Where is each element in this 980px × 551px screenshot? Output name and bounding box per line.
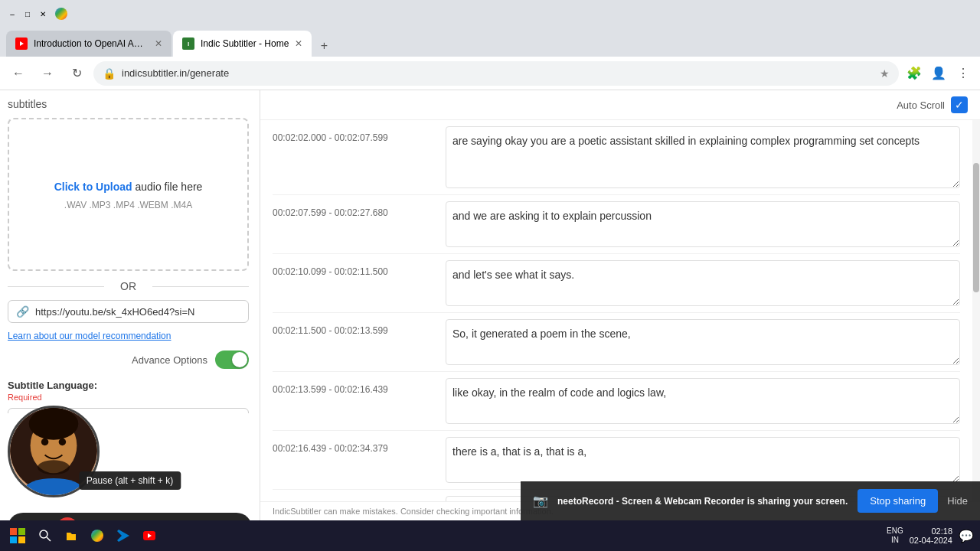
main-area: subtitles Click to Upload audio file her… (0, 90, 980, 551)
subtitle-text-input[interactable] (446, 260, 960, 306)
svg-rect-11 (18, 536, 25, 543)
svg-line-13 (47, 537, 51, 541)
tab-indic[interactable]: I Indic Subtitler - Home ✕ (173, 31, 312, 57)
model-link[interactable]: Learn about our model recommendation (8, 331, 249, 341)
click-to-upload: Click to Upload (54, 181, 132, 193)
indic-favicon: I (182, 37, 194, 50)
tab-indic-label: Indic Subtitler - Home (201, 38, 289, 49)
chrome-taskbar-icon[interactable] (86, 524, 109, 547)
subtitle-row: 00:02:10.099 - 00:02:11.500 (273, 254, 960, 313)
subtitle-time: 00:02:02.000 - 00:02:07.599 (273, 126, 433, 143)
upload-text: Click to Upload audio file here (54, 178, 203, 195)
taskbar-time: 02:18 02-04-2024 (910, 527, 952, 545)
subtitle-row: 00:02:11.500 - 00:02:13.599 (273, 313, 960, 372)
subtitle-time: 00:02:16.439 - 00:02:34.379 (273, 437, 433, 454)
stop-sharing-button[interactable]: Stop sharing (858, 489, 938, 513)
clock-date: 02-04-2024 (910, 536, 952, 545)
subtitle-language-label: Subtitle Language: (8, 380, 249, 391)
menu-icon[interactable]: ⋮ (952, 63, 974, 84)
right-panel: Auto Scroll ✓ 00:02:02.000 - 00:02:07.59… (260, 90, 980, 551)
auto-scroll-label: Auto Scroll (897, 99, 945, 111)
left-panel: subtitles Click to Upload audio file her… (0, 90, 260, 551)
notification-brand: neetoRecord - Screen & Webcam Recorder i… (557, 496, 848, 507)
upload-area[interactable]: Click to Upload audio file here .WAV .MP… (8, 118, 249, 271)
youtube-taskbar-icon[interactable] (138, 524, 161, 547)
subtitle-row: 00:02:07.599 - 00:02:27.680 (273, 195, 960, 254)
address-bar[interactable]: 🔒 indicsubtitler.in/generate ★ (93, 61, 899, 86)
tab-youtube-close[interactable]: ✕ (155, 38, 162, 49)
vscode-icon[interactable] (112, 524, 135, 547)
browser-chrome: – □ ✕ Introduction to OpenAI APIs ar... … (0, 0, 980, 90)
auto-scroll-bar: Auto Scroll ✓ (260, 90, 980, 120)
notification-center-icon[interactable]: 💬 (959, 529, 974, 543)
window-controls[interactable]: – □ ✕ (6, 8, 49, 20)
star-icon[interactable]: ★ (880, 67, 890, 80)
maximize-button[interactable]: □ (21, 8, 34, 20)
notification-icon: 📷 (533, 494, 548, 508)
url-input-wrap[interactable]: 🔗 (8, 300, 249, 323)
notification-content: neetoRecord - Screen & Webcam Recorder i… (557, 496, 848, 507)
scroll-thumb[interactable] (973, 163, 979, 292)
taskbar-right: ENGIN 02:18 02-04-2024 💬 (887, 527, 974, 545)
taskbar-icons (34, 524, 161, 547)
forward-button[interactable]: → (35, 61, 60, 86)
tab-youtube[interactable]: Introduction to OpenAI APIs ar... ✕ (6, 31, 172, 57)
hide-button[interactable]: Hide (947, 495, 968, 507)
refresh-button[interactable]: ↻ (64, 61, 89, 86)
youtube-favicon (15, 37, 28, 50)
subtitle-row: 00:02:13.599 - 00:02:16.439 (273, 372, 960, 431)
tabs-bar: Introduction to OpenAI APIs ar... ✕ I In… (0, 28, 980, 57)
address-text: indicsubtitler.in/generate (122, 67, 874, 79)
taskbar: ENGIN 02:18 02-04-2024 💬 (0, 520, 980, 551)
svg-marker-14 (148, 533, 152, 538)
lock-icon: 🔒 (103, 67, 116, 80)
svg-rect-8 (10, 528, 17, 535)
search-taskbar-icon[interactable] (34, 524, 57, 547)
subtitle-time: 00:02:07.599 - 00:02:27.680 (273, 201, 433, 218)
profile-icon[interactable]: 👤 (928, 63, 949, 84)
auto-scroll-checkbox[interactable]: ✓ (951, 96, 968, 113)
left-panel-scroll[interactable]: subtitles Click to Upload audio file her… (8, 98, 252, 413)
start-button[interactable] (6, 524, 29, 547)
toggle-knob (232, 352, 247, 367)
link-icon: 🔗 (16, 305, 29, 318)
subtitle-text-input[interactable] (446, 126, 960, 188)
extensions-icon[interactable]: 🧩 (903, 63, 925, 84)
subtitle-time: 00:02:10.099 - 00:02:11.500 (273, 260, 433, 277)
taskbar-locale: ENGIN (887, 527, 903, 545)
subtitle-row: 00:02:02.000 - 00:02:07.599 (273, 120, 960, 195)
svg-point-12 (40, 530, 47, 538)
title-bar: – □ ✕ (0, 0, 980, 28)
subtitle-text-input[interactable] (446, 378, 960, 424)
advance-options-toggle[interactable] (215, 350, 249, 369)
svg-point-6 (38, 460, 70, 474)
upload-formats: .WAV .MP3 .MP4 .WEBM .M4A (64, 200, 192, 210)
svg-point-4 (41, 439, 49, 446)
svg-rect-10 (10, 536, 17, 543)
new-tab-button[interactable]: + (313, 35, 335, 57)
subtitle-text-input[interactable] (446, 437, 960, 483)
tab-indic-close[interactable]: ✕ (295, 38, 302, 49)
subtitles-label: subtitles (8, 98, 249, 110)
tab-youtube-label: Introduction to OpenAI APIs ar... (34, 38, 149, 49)
or-divider: OR (8, 280, 249, 292)
close-button[interactable]: ✕ (37, 8, 49, 20)
back-button[interactable]: ← (6, 61, 31, 86)
subtitle-time: 00:02:11.500 - 00:02:13.599 (273, 319, 433, 336)
subtitle-time: 00:02:13.599 - 00:02:16.439 (273, 378, 433, 395)
advance-options-row: Advance Options (8, 350, 249, 369)
nav-bar: ← → ↻ 🔒 indicsubtitler.in/generate ★ 🧩 👤… (0, 57, 980, 90)
subtitle-text-input[interactable] (446, 201, 960, 247)
svg-marker-0 (20, 41, 24, 46)
file-explorer-icon[interactable] (60, 524, 83, 547)
svg-point-3 (29, 408, 79, 440)
clock-time: 02:18 (910, 527, 952, 536)
minimize-button[interactable]: – (6, 8, 18, 20)
subtitle-text-input[interactable] (446, 319, 960, 365)
browser-logo (55, 8, 67, 20)
pause-tooltip: Pause (alt + shift + k) (79, 471, 181, 490)
svg-point-5 (59, 439, 67, 446)
url-input[interactable] (35, 306, 240, 318)
notification-bar: 📷 neetoRecord - Screen & Webcam Recorder… (521, 481, 980, 520)
required-badge: Required (8, 393, 249, 402)
